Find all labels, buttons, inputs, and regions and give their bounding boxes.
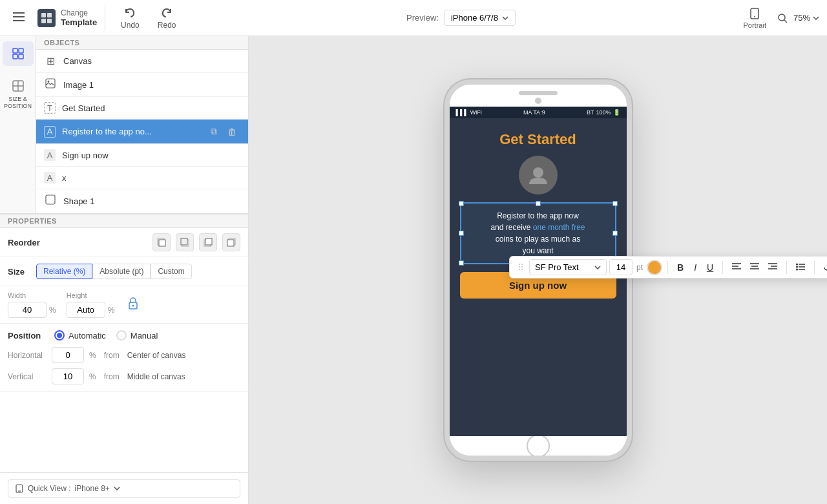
device-select[interactable]: iPhone 6/7/8: [444, 10, 516, 26]
position-automatic[interactable]: Automatic: [54, 330, 106, 341]
align-right-button[interactable]: [764, 260, 781, 275]
object-label-signup: Sign up now: [62, 151, 109, 160]
object-label-get-started: Get Started: [62, 103, 105, 113]
height-unit: %: [108, 306, 115, 315]
delete-object-button[interactable]: 🗑: [224, 125, 240, 138]
sidebar-item-size-position[interactable]: SIZE & POSITION: [3, 74, 34, 115]
horizontal-label: Horizontal: [8, 351, 47, 360]
svg-point-45: [796, 266, 798, 268]
vertical-row: Vertical % from Middle of canvas: [8, 368, 240, 384]
handle-ml[interactable]: [459, 231, 464, 236]
height-input[interactable]: [67, 302, 105, 318]
top-toolbar: Change Template Undo Redo Preview: iPhon…: [0, 0, 827, 36]
svg-rect-28: [227, 240, 234, 246]
object-label-canvas: Canvas: [63, 56, 92, 66]
svg-line-10: [784, 20, 787, 23]
redo-button[interactable]: Redo: [150, 4, 184, 32]
duplicate-object-button[interactable]: ⧉: [207, 125, 221, 138]
zoom-icon: [777, 12, 788, 24]
template-icon: [37, 9, 56, 27]
toolbar-center: Preview: iPhone 6/7/8: [183, 10, 738, 26]
sidebar-item-objects[interactable]: [3, 41, 34, 66]
object-item-get-started[interactable]: T Get Started: [36, 97, 248, 120]
horizontal-unit: %: [89, 351, 96, 360]
vertical-from-label: from: [104, 372, 120, 381]
list-button[interactable]: [792, 260, 809, 275]
underline-button[interactable]: U: [703, 260, 717, 275]
handle-tr[interactable]: [612, 201, 618, 206]
toolbar-divider-2: [722, 261, 723, 274]
move-forward-button[interactable]: [199, 233, 217, 251]
vertical-from-value: Middle of canvas: [127, 372, 185, 381]
font-name-label: SF Pro Text: [535, 262, 579, 272]
position-fields: Horizontal % from Center of canvas Verti…: [8, 347, 240, 384]
svg-rect-2: [13, 20, 25, 21]
text-format-icon: A: [44, 126, 56, 138]
size-position-label: SIZE & POSITION: [4, 96, 32, 110]
vertical-input[interactable]: [52, 368, 84, 384]
object-label-register: Register to the app no...: [62, 127, 152, 136]
move-back-button[interactable]: [176, 233, 194, 251]
svg-rect-18: [46, 79, 55, 88]
svg-rect-14: [19, 54, 23, 59]
lock-ratio-button[interactable]: [125, 293, 141, 316]
move-front-button[interactable]: [152, 233, 171, 251]
phone-camera: [535, 98, 541, 104]
italic-button[interactable]: I: [690, 260, 700, 275]
font-family-select[interactable]: SF Pro Text: [529, 259, 607, 275]
text-aa-icon: A: [44, 149, 56, 161]
font-size-input[interactable]: [609, 259, 633, 275]
undo-button[interactable]: Undo: [113, 4, 147, 32]
vertical-unit: %: [89, 372, 96, 381]
bold-button[interactable]: B: [673, 260, 687, 275]
object-item-signup[interactable]: A Sign up now: [36, 144, 248, 167]
horizontal-input[interactable]: [52, 347, 84, 363]
svg-point-9: [779, 14, 785, 21]
home-button-circle: [527, 434, 550, 457]
object-item-canvas[interactable]: ⊞ Canvas: [36, 50, 248, 73]
sidebar-top: SIZE & POSITION OBJECTS ⊞ Canvas Image 1: [0, 36, 248, 214]
quick-view-button[interactable]: Quick View : iPhone 8+: [8, 479, 240, 498]
hamburger-menu-button[interactable]: [8, 7, 30, 28]
handle-mr[interactable]: [612, 231, 618, 236]
object-item-x[interactable]: A x: [36, 167, 248, 189]
size-tab-absolute[interactable]: Absolute (pt): [92, 264, 151, 279]
size-label: Size: [8, 267, 31, 277]
portrait-button[interactable]: Portrait: [738, 5, 771, 32]
size-tab-custom[interactable]: Custom: [151, 264, 191, 279]
svg-rect-4: [47, 13, 52, 17]
object-item-image1[interactable]: Image 1: [36, 73, 248, 97]
handle-bl[interactable]: [459, 260, 464, 266]
handle-tm[interactable]: [536, 201, 541, 206]
color-swatch[interactable]: [647, 260, 662, 275]
horizontal-from-label: from: [104, 351, 120, 360]
position-manual[interactable]: Manual: [116, 330, 158, 341]
svg-rect-13: [13, 54, 17, 59]
phone-speaker: [519, 91, 558, 95]
manual-radio-circle: [116, 330, 127, 341]
zoom-select[interactable]: 75%: [793, 13, 819, 23]
toolbar-right: Portrait 75%: [738, 5, 820, 32]
object-item-shape1[interactable]: Shape 1: [36, 189, 248, 213]
svg-rect-26: [205, 238, 212, 245]
align-center-button[interactable]: [746, 260, 763, 275]
width-height-row: Width % Height %: [0, 286, 248, 324]
svg-rect-11: [13, 48, 17, 53]
phone-status-bar: ▌▌▌ WiFi MA TA:9 BT 100% 🔋: [450, 107, 627, 118]
register-text-box[interactable]: Register to the app now and receive one …: [460, 202, 616, 264]
reorder-label: Reorder: [8, 238, 147, 247]
size-tab-relative[interactable]: Relative (%): [36, 264, 92, 279]
object-item-register[interactable]: A Register to the app no... ⧉ 🗑: [36, 120, 248, 144]
svg-point-47: [796, 268, 798, 270]
handle-tl[interactable]: [459, 201, 464, 206]
align-left-button[interactable]: [728, 260, 745, 275]
move-backward-button[interactable]: [222, 233, 240, 251]
change-template-button[interactable]: Change Template: [30, 5, 105, 31]
change-template-bottom: Template: [61, 17, 97, 27]
font-unit-label: pt: [635, 263, 644, 272]
undo-redo-group: Undo Redo: [113, 4, 183, 32]
drag-handle[interactable]: ⠿: [515, 262, 527, 273]
link-button[interactable]: [820, 260, 827, 275]
automatic-radio-circle: [54, 330, 65, 341]
width-input[interactable]: [8, 302, 47, 318]
